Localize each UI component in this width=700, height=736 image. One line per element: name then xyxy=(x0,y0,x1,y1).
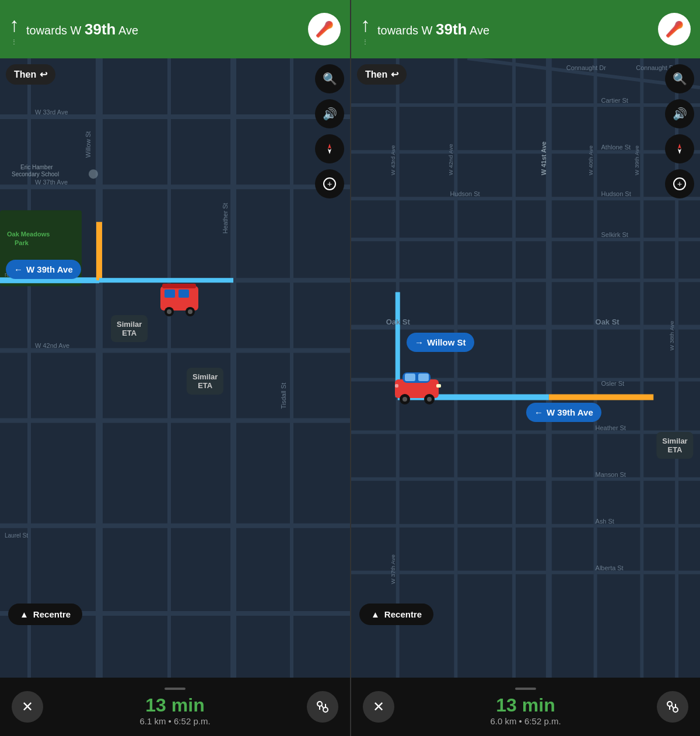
left-panel: ↑ ⋮ towards W 39th Ave 🎤 xyxy=(0,0,350,736)
direction-text-right: towards W 39th Ave xyxy=(377,20,651,39)
svg-text:Alberta St: Alberta St xyxy=(596,564,624,571)
direction-arrow-right: ↑ ⋮ xyxy=(360,13,370,45)
eta-time-right: 13 min xyxy=(490,695,561,716)
map-area-left: W 33rd Ave W 37th Ave W 42nd Ave W 45th … xyxy=(0,58,350,678)
svg-text:Willow St: Willow St xyxy=(85,131,92,158)
svg-text:Tisdall St: Tisdall St xyxy=(280,383,287,409)
svg-text:Heather St: Heather St xyxy=(596,424,626,431)
mic-icon-right: 🎤 xyxy=(665,20,684,39)
direction-text-left: towards W 39th Ave xyxy=(26,20,301,39)
svg-text:Heather St: Heather St xyxy=(222,203,229,234)
chat-button-right[interactable]: + xyxy=(665,169,694,198)
svg-text:Cartier St: Cartier St xyxy=(601,97,628,104)
svg-text:Secondary School: Secondary School xyxy=(12,171,59,177)
eta-details-right: 6.0 km • 6:52 p.m. xyxy=(490,716,561,726)
routes-button-left[interactable] xyxy=(307,691,338,723)
svg-rect-99 xyxy=(418,374,429,381)
svg-marker-93 xyxy=(678,149,681,154)
vehicle-bus-left xyxy=(158,280,204,327)
map-buttons-left: 🔍 🔊 + xyxy=(315,64,344,198)
svg-line-45 xyxy=(321,705,324,709)
svg-text:W 42nd Ave: W 42nd Ave xyxy=(447,144,454,175)
svg-rect-0 xyxy=(0,58,350,678)
map-area-right: Cartier St Athlone St Hudson St Hudson S… xyxy=(351,58,700,678)
svg-rect-36 xyxy=(164,289,175,298)
svg-text:Manson St: Manson St xyxy=(596,471,626,478)
recentre-button-right[interactable]: ▲ Recentre xyxy=(359,604,433,625)
compass-icon-right xyxy=(673,142,686,155)
eta-time-left: 13 min xyxy=(139,695,210,716)
similar-eta-2-left: SimilarETA xyxy=(187,368,223,395)
svg-text:Oak Meadows: Oak Meadows xyxy=(7,231,50,238)
svg-text:W 33rd Ave: W 33rd Ave xyxy=(35,109,68,116)
svg-text:W 37th Ave: W 37th Ave xyxy=(35,179,68,186)
routes-icon-right xyxy=(665,699,680,714)
eta-info-right: 13 min 6.0 km • 6:52 p.m. xyxy=(490,688,561,726)
sound-button-right[interactable]: 🔊 xyxy=(665,99,694,128)
close-button-left[interactable]: ✕ xyxy=(12,691,43,723)
svg-text:Ash St: Ash St xyxy=(596,518,614,525)
svg-rect-105 xyxy=(395,384,398,388)
nav-header-right: ↑ ⋮ towards W 39th Ave 🎤 xyxy=(351,0,700,58)
search-button-left[interactable]: 🔍 xyxy=(315,64,344,93)
svg-text:Hudson St: Hudson St xyxy=(601,190,631,197)
mic-button-left[interactable]: 🎤 xyxy=(308,13,341,46)
compass-icon-left xyxy=(323,142,336,155)
similar-eta-right: SimilarETA xyxy=(656,432,693,459)
svg-rect-98 xyxy=(405,374,415,381)
svg-rect-38 xyxy=(162,284,196,288)
then-pill-left[interactable]: Then ↩ xyxy=(6,64,55,85)
compass-button-right[interactable] xyxy=(665,134,694,163)
svg-text:W 43rd Ave: W 43rd Ave xyxy=(390,145,396,175)
svg-text:+: + xyxy=(327,179,332,189)
svg-marker-32 xyxy=(328,149,331,154)
svg-marker-31 xyxy=(328,144,331,149)
bus-icon-left xyxy=(158,280,204,321)
svg-text:Oak St: Oak St xyxy=(596,318,620,326)
chat-icon-right: + xyxy=(673,177,686,190)
sound-button-left[interactable]: 🔊 xyxy=(315,99,344,128)
svg-text:W 42nd Ave: W 42nd Ave xyxy=(35,342,69,349)
direction-arrow-left: ↑ ⋮ xyxy=(9,13,19,45)
svg-point-103 xyxy=(427,397,432,402)
svg-point-40 xyxy=(167,309,172,314)
routes-icon-left xyxy=(315,699,330,714)
svg-rect-104 xyxy=(436,384,441,388)
svg-text:Park: Park xyxy=(15,239,29,246)
svg-line-108 xyxy=(671,705,674,709)
route-label-willow-right: → Willow St xyxy=(407,333,474,352)
svg-text:Selkirk St: Selkirk St xyxy=(601,231,628,238)
then-pill-right[interactable]: Then ↩ xyxy=(357,64,407,85)
similar-eta-1-left: SimilarETA xyxy=(111,315,148,342)
svg-text:Eric Hamber: Eric Hamber xyxy=(20,164,53,170)
svg-text:W 38th Ave: W 38th Ave xyxy=(668,320,675,350)
compass-button-left[interactable] xyxy=(315,134,344,163)
routes-button-right[interactable] xyxy=(657,691,688,723)
svg-text:Osler St: Osler St xyxy=(601,380,625,387)
route-label-main-left: ← W 39th Ave xyxy=(6,260,81,279)
map-svg-left: W 33rd Ave W 37th Ave W 42nd Ave W 45th … xyxy=(0,58,350,678)
chat-button-left[interactable]: + xyxy=(315,169,344,198)
car-icon-right xyxy=(392,368,444,406)
svg-marker-92 xyxy=(678,144,681,149)
close-button-right[interactable]: ✕ xyxy=(363,691,394,723)
mic-button-right[interactable]: 🎤 xyxy=(658,13,691,46)
svg-text:Hudson St: Hudson St xyxy=(450,190,480,197)
svg-point-42 xyxy=(188,309,192,314)
svg-text:Athlone St: Athlone St xyxy=(601,144,631,151)
svg-text:Oak St: Oak St xyxy=(386,318,411,326)
route-label-main-right: ← W 39th Ave xyxy=(526,403,601,422)
right-panel: ↑ ⋮ towards W 39th Ave 🎤 xyxy=(350,0,700,736)
map-buttons-right: 🔍 🔊 + xyxy=(665,64,694,198)
svg-point-101 xyxy=(402,397,407,402)
eta-info-left: 13 min 6.1 km • 6:52 p.m. xyxy=(139,688,210,726)
svg-text:+: + xyxy=(677,179,682,189)
svg-text:W 39th Ave: W 39th Ave xyxy=(634,145,640,175)
vehicle-car-right xyxy=(392,368,444,412)
svg-text:W 41st Ave: W 41st Ave xyxy=(540,141,547,175)
recentre-button-left[interactable]: ▲ Recentre xyxy=(8,604,82,625)
svg-rect-37 xyxy=(178,289,189,298)
search-button-right[interactable]: 🔍 xyxy=(665,64,694,93)
nav-header-left: ↑ ⋮ towards W 39th Ave 🎤 xyxy=(0,0,350,58)
drag-handle-right xyxy=(515,688,536,690)
